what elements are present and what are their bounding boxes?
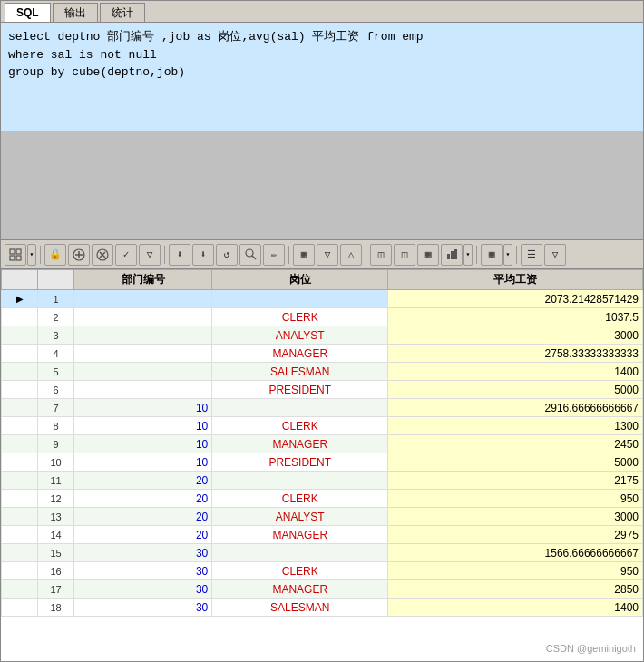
table-header-row: 部门编号 岗位 平均工资 xyxy=(2,270,643,290)
toolbar-check-btn[interactable]: ✓ xyxy=(115,244,137,266)
toolbar-table2-btn[interactable]: ▦ xyxy=(417,244,439,266)
toolbar-download1-btn[interactable]: ⬇ xyxy=(169,244,190,266)
table-row[interactable]: 7102916.66666666667 xyxy=(2,399,643,417)
tab-sql[interactable]: SQL xyxy=(5,3,51,22)
row-number-cell: 3 xyxy=(38,326,74,345)
row-deptno-cell: 30 xyxy=(74,580,212,599)
tab-stats[interactable]: 统计 xyxy=(100,3,145,22)
svg-rect-13 xyxy=(451,251,454,259)
row-deptno-cell: 30 xyxy=(74,544,212,562)
col-deptno-header[interactable]: 部门编号 xyxy=(74,270,212,290)
row-job-cell: CLERK xyxy=(212,308,388,326)
sep2 xyxy=(164,246,165,264)
sep3 xyxy=(288,246,289,264)
tab-output[interactable]: 输出 xyxy=(53,3,98,22)
row-number-cell: 17 xyxy=(38,580,74,599)
toolbar-copy1-btn[interactable]: ◫ xyxy=(370,244,392,266)
row-avg-cell: 5000 xyxy=(388,453,643,472)
table-row[interactable]: 1730MANAGER2850 xyxy=(2,580,643,599)
table-row[interactable]: 11202175 xyxy=(2,472,643,490)
table-container[interactable]: 部门编号 岗位 平均工资 ▶12073.214285714292CLERK103… xyxy=(1,269,643,661)
row-avg-cell: 2758.33333333333 xyxy=(388,345,643,363)
row-avg-cell: 1400 xyxy=(388,363,643,381)
row-job-cell: CLERK xyxy=(212,417,388,435)
toolbar-down-btn[interactable]: ▽ xyxy=(139,244,161,266)
row-number-cell: 6 xyxy=(38,381,74,399)
sep5 xyxy=(476,246,477,264)
row-job-cell: SALESMAN xyxy=(212,363,388,381)
toolbar-search-btn[interactable] xyxy=(239,244,261,266)
table-row[interactable]: 910MANAGER2450 xyxy=(2,435,643,453)
toolbar-grid-arrow[interactable]: ▾ xyxy=(27,244,36,266)
table-row[interactable]: 1220CLERK950 xyxy=(2,490,643,508)
row-indicator-cell xyxy=(2,453,38,472)
table-row[interactable]: 6PRESIDENT5000 xyxy=(2,381,643,399)
tab-bar: SQL 输出 统计 xyxy=(1,1,643,23)
toolbar-filter-down-btn[interactable]: ▽ xyxy=(317,244,338,266)
row-job-cell: MANAGER xyxy=(212,345,388,363)
row-number-cell: 11 xyxy=(38,472,74,490)
table-row[interactable]: 1830SALESMAN1400 xyxy=(2,599,643,617)
toolbar-chart-btn[interactable] xyxy=(441,244,463,266)
toolbar-lock-btn[interactable]: 🔒 xyxy=(44,244,66,266)
row-indicator-cell xyxy=(2,326,38,345)
toolbar-grid-btn[interactable] xyxy=(5,244,26,266)
row-number-cell: 18 xyxy=(38,599,74,617)
toolbar-delete-btn[interactable] xyxy=(92,244,113,266)
toolbar-refresh-btn[interactable]: ↺ xyxy=(216,244,238,266)
row-deptno-cell xyxy=(74,290,212,308)
row-job-cell: CLERK xyxy=(212,490,388,508)
toolbar-filter-up-btn[interactable]: △ xyxy=(340,244,362,266)
toolbar-table1-btn[interactable]: ▦ xyxy=(293,244,315,266)
row-job-cell: ANALYST xyxy=(212,326,388,345)
toolbar-grid-dropdown[interactable]: ▾ xyxy=(5,244,36,266)
col-avg-header[interactable]: 平均工资 xyxy=(388,270,643,290)
row-number-cell: 5 xyxy=(38,363,74,381)
col-rownum-header xyxy=(38,270,74,290)
toolbar-grid2-arrow[interactable]: ▾ xyxy=(503,244,512,266)
table-row[interactable]: 810CLERK1300 xyxy=(2,417,643,435)
table-row[interactable]: 5SALESMAN1400 xyxy=(2,363,643,381)
svg-point-10 xyxy=(246,249,253,257)
table-row[interactable]: 2CLERK1037.5 xyxy=(2,308,643,326)
svg-rect-3 xyxy=(16,256,21,260)
row-job-cell xyxy=(212,290,388,308)
middle-area xyxy=(1,131,643,240)
toolbar: ▾ 🔒 ✓ ▽ ⬇ ⬇ ↺ ✏ ▦ ▽ △ ◫ xyxy=(1,240,643,269)
table-row[interactable]: 15301566.66666666667 xyxy=(2,544,643,562)
row-job-cell: PRESIDENT xyxy=(212,453,388,472)
toolbar-tableformat-btn[interactable]: ☰ xyxy=(521,244,542,266)
toolbar-copy2-btn[interactable]: ◫ xyxy=(394,244,415,266)
toolbar-filter-btn[interactable]: ▽ xyxy=(544,244,566,266)
row-deptno-cell xyxy=(74,326,212,345)
toolbar-add-btn[interactable] xyxy=(68,244,90,266)
toolbar-grid2-dropdown[interactable]: ▦ ▾ xyxy=(481,244,512,266)
svg-rect-0 xyxy=(10,249,15,254)
toolbar-erase-btn[interactable]: ✏ xyxy=(263,244,285,266)
row-deptno-cell: 30 xyxy=(74,562,212,580)
row-indicator-cell xyxy=(2,345,38,363)
table-row[interactable]: 4MANAGER2758.33333333333 xyxy=(2,345,643,363)
row-avg-cell: 2916.66666666667 xyxy=(388,399,643,417)
toolbar-download2-btn[interactable]: ⬇ xyxy=(192,244,214,266)
table-row[interactable]: 1630CLERK950 xyxy=(2,562,643,580)
toolbar-grid2-btn[interactable]: ▦ xyxy=(481,244,503,266)
row-job-cell xyxy=(212,399,388,417)
table-row[interactable]: ▶12073.21428571429 xyxy=(2,290,643,308)
sql-editor[interactable]: select deptno 部门编号 ,job as 岗位,avg(sal) 平… xyxy=(1,23,643,131)
row-indicator-cell xyxy=(2,472,38,490)
col-job-header[interactable]: 岗位 xyxy=(212,270,388,290)
row-deptno-cell: 10 xyxy=(74,453,212,472)
toolbar-chart-arrow[interactable]: ▾ xyxy=(463,244,473,266)
table-row[interactable]: 1010PRESIDENT5000 xyxy=(2,453,643,472)
data-table: 部门编号 岗位 平均工资 ▶12073.214285714292CLERK103… xyxy=(1,269,643,617)
row-avg-cell: 1400 xyxy=(388,599,643,617)
table-row[interactable]: 1320ANALYST3000 xyxy=(2,508,643,526)
row-avg-cell: 3000 xyxy=(388,326,643,345)
row-deptno-cell xyxy=(74,345,212,363)
table-row[interactable]: 1420MANAGER2975 xyxy=(2,526,643,544)
table-row[interactable]: 3ANALYST3000 xyxy=(2,326,643,345)
svg-line-11 xyxy=(252,256,256,259)
row-deptno-cell: 20 xyxy=(74,490,212,508)
toolbar-chart-dropdown[interactable]: ▾ xyxy=(441,244,473,266)
